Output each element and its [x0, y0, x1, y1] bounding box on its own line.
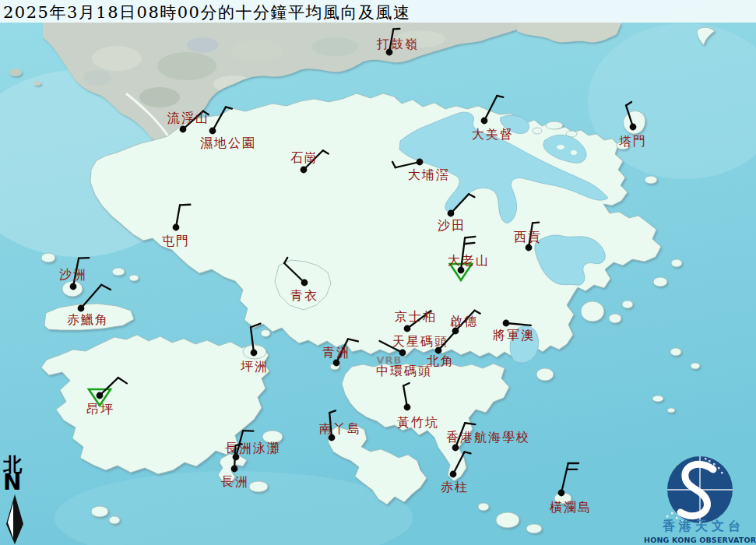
station-label: 赤柱	[441, 480, 469, 494]
islet	[671, 259, 682, 267]
islet	[33, 81, 41, 86]
station-label: 塔門	[619, 134, 647, 149]
station-label: 坪洲	[241, 359, 269, 374]
station-label: 大老山	[448, 253, 490, 268]
station-label: 青衣	[290, 288, 318, 303]
station-dot	[404, 325, 411, 332]
station-label: 將軍澳	[493, 328, 535, 343]
islet	[112, 268, 125, 276]
islet	[41, 253, 55, 262]
station-dot	[503, 320, 510, 327]
station-dot	[333, 360, 340, 367]
islet	[249, 481, 268, 492]
logo-title-en: HONG KONG OBSERVATORY	[644, 536, 756, 544]
station-label: 橫瀾島	[550, 500, 592, 515]
station-label: 青洲	[322, 345, 350, 360]
station-dot	[417, 159, 424, 166]
station-label: 中環碼頭	[376, 364, 432, 378]
islet	[652, 396, 663, 402]
station-label: 長洲	[221, 474, 249, 489]
station-label: 大美督	[472, 127, 514, 142]
station-dot	[97, 392, 104, 399]
islet	[478, 503, 489, 511]
station-dot	[526, 244, 533, 251]
station-label: 大埔滘	[408, 167, 450, 182]
map-canvas: 打鼓嶺流浮山濕地公園石崗大美督塔門大埔滘沙田屯門西貢大老山沙洲赤鱲角青衣京士柏啟…	[0, 0, 756, 545]
islet	[609, 314, 621, 323]
station-label: 啟德	[450, 314, 478, 329]
islet	[91, 506, 108, 517]
islet	[622, 301, 633, 308]
station-label: 沙田	[438, 218, 466, 233]
station-label: 昂坪	[86, 402, 114, 417]
station-label: 赤鱲角	[67, 312, 109, 327]
station-dot	[173, 224, 180, 231]
station-label: 天星碼頭	[392, 334, 448, 349]
station-label: 西貢	[514, 230, 542, 244]
map-title: 2025年3月18日08時00分的十分鐘平均風向及風速	[3, 3, 410, 22]
station-label: 香港航海學校	[446, 430, 530, 445]
station-label: 打鼓嶺	[376, 37, 419, 51]
islet	[533, 128, 542, 134]
station-label: 屯門	[162, 234, 190, 248]
station-dot	[301, 280, 308, 287]
islet	[645, 176, 657, 184]
logo-title-zh: 香港天文台	[644, 519, 756, 535]
wind-map: 打鼓嶺流浮山濕地公園石崗大美督塔門大埔滘沙田屯門西貢大老山沙洲赤鱲角青衣京士柏啟…	[0, 0, 756, 545]
station-dot	[231, 466, 238, 473]
station-dot	[558, 490, 565, 497]
islet	[653, 277, 667, 287]
station-label: 京士柏	[395, 309, 437, 324]
station-dot	[404, 404, 411, 411]
station-dot	[78, 305, 85, 312]
station-label: 黃竹坑	[397, 415, 439, 430]
islet	[667, 408, 675, 413]
title-bar: 2025年3月18日08時00分的十分鐘平均風向及風速	[0, 0, 756, 23]
islet	[496, 512, 519, 528]
station-dot	[448, 210, 455, 217]
station-dot	[251, 350, 258, 357]
station-dot	[209, 128, 216, 135]
station-dot	[70, 283, 77, 290]
station-label: 沙洲	[59, 267, 87, 282]
station-dot	[458, 267, 465, 274]
islet	[546, 121, 563, 129]
islet	[129, 275, 139, 281]
station-label: 石崗	[290, 150, 318, 165]
islet	[109, 516, 120, 524]
islet	[261, 330, 270, 337]
station-label: 南丫島	[319, 421, 361, 436]
islet	[536, 368, 554, 381]
islet	[670, 348, 681, 356]
station-dot	[481, 118, 488, 125]
compass-north-letter: N	[3, 469, 21, 495]
station-dot	[452, 445, 459, 452]
station-dot	[301, 167, 308, 174]
station-dot	[630, 124, 637, 131]
station-dot	[450, 471, 457, 478]
islet	[691, 363, 700, 369]
islet	[526, 524, 542, 533]
islet	[581, 301, 604, 322]
station-label: 流浮山	[167, 111, 209, 125]
logo-text-block: 香港天文台 HONG KONG OBSERVATORY	[644, 519, 756, 544]
station-label: 濕地公園	[200, 135, 256, 150]
station-dot	[180, 126, 187, 133]
station-label: 長洲泳灘	[225, 441, 281, 455]
islet	[9, 69, 22, 76]
